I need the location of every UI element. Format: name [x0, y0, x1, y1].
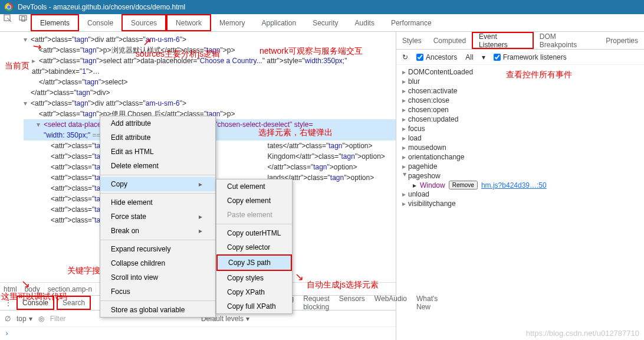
- svg-rect-1: [19, 15, 27, 20]
- breadcrumb-item[interactable]: section.amp-n: [44, 285, 96, 293]
- event-orientationchange[interactable]: ▸orientationchange: [396, 152, 644, 162]
- breadcrumb-item[interactable]: body: [21, 285, 44, 293]
- watermark: https://blog.csdn.net/u012787710: [526, 329, 639, 338]
- menu-copy[interactable]: Copy: [100, 177, 215, 191]
- window-titlebar: DevTools - amazeui.github.io/chosen/docs…: [0, 0, 644, 14]
- event-listeners-list[interactable]: ▸DOMContentLoaded▸blur▸chosen:activate▸c…: [396, 65, 644, 211]
- menu-expand-recursively[interactable]: Expand recursively: [100, 242, 215, 256]
- clear-icon[interactable]: ∅: [5, 315, 11, 323]
- menu-delete-element[interactable]: Delete element: [100, 159, 215, 173]
- context-selector[interactable]: top ▾: [17, 315, 32, 323]
- chrome-icon: [5, 3, 13, 11]
- drawer-tab-console[interactable]: Console: [17, 296, 54, 310]
- tab-elements[interactable]: Elements: [31, 14, 79, 31]
- sidebar-tab-computed[interactable]: Computed: [428, 32, 472, 49]
- menu-break-on[interactable]: Break on: [100, 224, 215, 238]
- refresh-icon[interactable]: ↻: [402, 53, 408, 61]
- sidebar-tab-dom-breakpoints[interactable]: DOM Breakpoints: [534, 32, 600, 49]
- event-load[interactable]: ▸load: [396, 133, 644, 143]
- menu-copy-element[interactable]: Copy element: [216, 194, 292, 208]
- event-pagehide[interactable]: ▸pagehide: [396, 162, 644, 171]
- event-visibilitychange[interactable]: ▸visibilitychange: [396, 199, 644, 208]
- ancestors-checkbox[interactable]: Ancestors: [416, 53, 457, 61]
- event-chosen-open[interactable]: ▸chosen:open: [396, 105, 644, 115]
- filter-input[interactable]: Filter: [50, 315, 66, 323]
- main-area: ▾<attr">class="tagn">div attr">class="am…: [0, 32, 644, 340]
- drawer-tab-request-blocking[interactable]: Request blocking: [298, 293, 334, 313]
- dom-node[interactable]: ▸<attr">class="tagn">select attr">data-p…: [24, 55, 396, 77]
- dom-node[interactable]: </attr">class="tagn">select>: [24, 77, 396, 87]
- event-unload[interactable]: ▸unload: [396, 189, 644, 199]
- tab-audits[interactable]: Audits: [347, 14, 383, 31]
- tab-network[interactable]: Network: [166, 14, 211, 31]
- dom-node[interactable]: ▾<attr">class="tagn">div attr">class="am…: [24, 34, 396, 45]
- tab-memory[interactable]: Memory: [211, 14, 253, 31]
- event-focus[interactable]: ▸focus: [396, 124, 644, 133]
- drawer-tab-webaudio[interactable]: WebAudio: [370, 293, 412, 313]
- event-chosen-activate[interactable]: ▸chosen:activate: [396, 86, 644, 96]
- menu-copy-outerhtml[interactable]: Copy outerHTML: [216, 226, 292, 240]
- drawer-tab-search[interactable]: Search: [57, 296, 91, 310]
- breadcrumb-item[interactable]: html: [0, 285, 21, 293]
- context-menu[interactable]: Add attributeEdit attributeEdit as HTMLD…: [100, 116, 216, 318]
- source-link[interactable]: hm.js?b424d39…:50: [481, 181, 547, 189]
- sidebar-tab-event-listeners[interactable]: Event Listeners: [472, 32, 534, 49]
- menu-edit-as-html[interactable]: Edit as HTML: [100, 145, 215, 159]
- dom-node[interactable]: ▾<attr">class="tagn">div attr">class="am…: [24, 98, 396, 109]
- event-chosen-close[interactable]: ▸chosen:close: [396, 96, 644, 105]
- menu-copy-xpath[interactable]: Copy XPath: [216, 285, 292, 299]
- menu-add-attribute[interactable]: Add attribute: [100, 116, 215, 130]
- menu-copy-js-path[interactable]: Copy JS path: [216, 254, 292, 271]
- menu-copy-selector[interactable]: Copy selector: [216, 240, 292, 254]
- sidebar-tab-styles[interactable]: Styles: [396, 32, 428, 49]
- sidebar-tabs: StylesComputedEvent ListenersDOM Breakpo…: [396, 32, 644, 50]
- menu-hide-element[interactable]: Hide element: [100, 195, 215, 210]
- svg-rect-2: [22, 17, 25, 21]
- event-chosen-updated[interactable]: ▸chosen:updated: [396, 115, 644, 124]
- menu-copy-full-xpath[interactable]: Copy full XPath: [216, 299, 292, 313]
- event-filter-bar: ↻ Ancestors All ▾ Framework listeners: [396, 50, 644, 65]
- dom-node[interactable]: <attr">class="tagn">p>浏览器默认样式</attr">cla…: [24, 45, 396, 55]
- drawer-tab-what's-new[interactable]: What's New: [412, 293, 442, 313]
- eye-icon[interactable]: ◎: [38, 315, 44, 323]
- menu-store-as-global-variable[interactable]: Store as global variable: [100, 303, 215, 317]
- remove-button[interactable]: Remove: [449, 181, 478, 189]
- context-submenu-copy[interactable]: Cut elementCopy elementPaste elementCopy…: [216, 179, 293, 314]
- device-icon[interactable]: [15, 14, 31, 31]
- event-blur[interactable]: ▸blur: [396, 77, 644, 86]
- tab-console[interactable]: Console: [79, 14, 121, 31]
- drawer-tab-sensors[interactable]: Sensors: [334, 293, 370, 313]
- devtools-tabs: ElementsConsoleSourcesNetworkMemoryAppli…: [0, 14, 644, 32]
- event-DOMContentLoaded[interactable]: ▸DOMContentLoaded: [396, 67, 644, 77]
- sidebar-tab-properties[interactable]: Properties: [600, 32, 644, 49]
- window-title: DevTools - amazeui.github.io/chosen/docs…: [18, 3, 185, 11]
- menu-collapse-children[interactable]: Collapse children: [100, 256, 215, 270]
- menu-cut-element[interactable]: Cut element: [216, 179, 292, 194]
- inspect-icon[interactable]: [0, 14, 15, 31]
- event-pageshow[interactable]: ▸pageshow: [396, 171, 644, 181]
- tab-sources[interactable]: Sources: [121, 14, 166, 31]
- tab-security[interactable]: Security: [304, 14, 346, 31]
- menu-paste-element: Paste element: [216, 208, 292, 222]
- event-mousedown[interactable]: ▸mousedown: [396, 143, 644, 152]
- tab-application[interactable]: Application: [253, 14, 304, 31]
- tab-performance[interactable]: Performance: [383, 14, 440, 31]
- menu-focus[interactable]: Focus: [100, 285, 215, 299]
- more-icon[interactable]: ⋮: [2, 299, 14, 307]
- console-prompt[interactable]: ›: [0, 327, 396, 340]
- menu-edit-attribute[interactable]: Edit attribute: [100, 130, 215, 145]
- menu-copy-styles[interactable]: Copy styles: [216, 271, 292, 285]
- menu-scroll-into-view[interactable]: Scroll into view: [100, 270, 215, 285]
- scope-selector[interactable]: All: [465, 53, 473, 61]
- framework-checkbox[interactable]: Framework listeners: [494, 53, 567, 61]
- menu-force-state[interactable]: Force state: [100, 210, 215, 224]
- dom-node[interactable]: </attr">class="tagn">div>: [24, 87, 396, 98]
